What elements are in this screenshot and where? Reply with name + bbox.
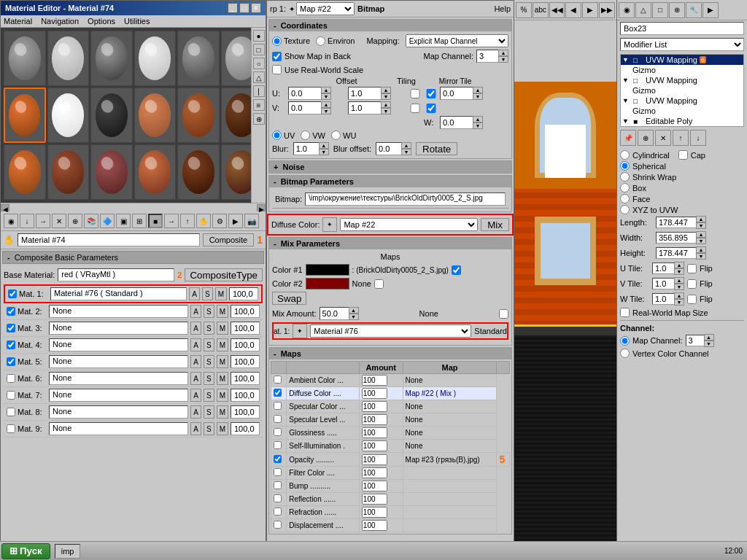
- channel-up[interactable]: ▲: [704, 334, 714, 341]
- viewport-btn-4[interactable]: ◀: [565, 2, 581, 18]
- displace-amount[interactable]: [362, 520, 387, 531]
- color2-enable[interactable]: [374, 279, 384, 289]
- sphere-cell-15[interactable]: [90, 144, 133, 200]
- refraction-map[interactable]: [403, 506, 497, 519]
- right-btn-1[interactable]: ◉: [619, 2, 635, 18]
- v-tiling-up[interactable]: ▲: [381, 101, 391, 108]
- mat4-checkbox[interactable]: [7, 341, 15, 349]
- box-radio[interactable]: [620, 183, 630, 192]
- w-angle-up[interactable]: ▲: [473, 116, 483, 122]
- v-offset-down[interactable]: ▼: [321, 108, 331, 114]
- mat9-amount[interactable]: [231, 422, 260, 435]
- diffuse-map-value[interactable]: Map #22 ( Mix ): [403, 387, 497, 400]
- length-input[interactable]: [656, 217, 696, 228]
- sphere-cell-9[interactable]: [90, 88, 133, 143]
- mat5-m-btn[interactable]: M: [217, 355, 228, 368]
- v-tile-checkbox[interactable]: [424, 104, 438, 113]
- sphere-cell-2[interactable]: [47, 31, 90, 86]
- u-tile-up[interactable]: ▲: [674, 262, 684, 268]
- u-tile-down[interactable]: ▼: [674, 268, 684, 275]
- u-angle-up[interactable]: ▲: [473, 87, 483, 93]
- w-angle-down[interactable]: ▼: [473, 122, 483, 129]
- mix-amount-down[interactable]: ▼: [349, 314, 359, 320]
- maps-section-header[interactable]: - Maps: [269, 348, 511, 359]
- base-material-value[interactable]: red ( VRayMtl ): [58, 268, 174, 281]
- composite-type-btn[interactable]: CompositeType: [185, 268, 263, 281]
- uv-radio[interactable]: [272, 131, 282, 140]
- preview-toolbar-btn-7[interactable]: ⊕: [253, 113, 265, 125]
- width-input[interactable]: [656, 232, 696, 244]
- spec-level-check[interactable]: [274, 415, 282, 423]
- filter-check[interactable]: [274, 468, 282, 476]
- selfillum-amount[interactable]: [362, 440, 387, 451]
- width-down[interactable]: ▼: [696, 238, 706, 244]
- u-angle-down[interactable]: ▼: [473, 93, 483, 100]
- map-channel-right-radio[interactable]: [620, 336, 630, 346]
- filter-amount[interactable]: [362, 467, 387, 478]
- assign-material-button[interactable]: →: [36, 214, 50, 228]
- right-btn-5[interactable]: 🔧: [686, 2, 702, 18]
- mat8-a-btn[interactable]: A: [190, 405, 201, 419]
- diffuse-check[interactable]: [274, 389, 282, 397]
- mat6-checkbox[interactable]: [7, 374, 15, 383]
- mix-amount-up[interactable]: ▲: [349, 307, 359, 314]
- mat4-s-btn[interactable]: S: [204, 338, 214, 351]
- uvw-btn-2[interactable]: ⊕: [638, 130, 654, 146]
- mat9-slot[interactable]: None: [49, 422, 188, 435]
- u-offset-up[interactable]: ▲: [321, 87, 331, 93]
- map-icon-btn[interactable]: ✦: [289, 5, 295, 13]
- v-tiling-spin[interactable]: ▲ ▼: [348, 101, 406, 114]
- diffuse-amount[interactable]: [362, 388, 387, 399]
- mat6-m-btn[interactable]: M: [217, 372, 228, 385]
- color2-swatch[interactable]: [306, 278, 349, 289]
- channel-down[interactable]: ▼: [704, 341, 714, 347]
- diffuse-map-icon[interactable]: ✦: [322, 217, 337, 232]
- map-channel-spin[interactable]: ▲ ▼: [476, 50, 508, 63]
- put-to-library-button[interactable]: 📚: [84, 214, 98, 228]
- maximize-button[interactable]: □: [239, 3, 249, 13]
- mat5-amount[interactable]: [231, 355, 260, 368]
- mat8-slot[interactable]: None: [49, 405, 188, 419]
- cap-checkbox[interactable]: [678, 150, 688, 160]
- mat6-a-btn[interactable]: A: [190, 372, 201, 385]
- cylindrical-radio[interactable]: [620, 150, 630, 160]
- viewport-btn-1[interactable]: %: [516, 2, 532, 18]
- tree-item-gizmo-3[interactable]: Gizmo: [621, 106, 743, 116]
- length-down[interactable]: ▼: [696, 222, 706, 229]
- mat9-m-btn[interactable]: M: [217, 422, 228, 435]
- w-tile-input[interactable]: [652, 293, 674, 305]
- uvw-btn-1[interactable]: 📌: [620, 130, 636, 146]
- reset-map-button[interactable]: ✕: [52, 214, 66, 228]
- material-name-input[interactable]: [18, 233, 200, 246]
- mix-amount-input[interactable]: [320, 307, 349, 320]
- mat8-m-btn[interactable]: M: [217, 405, 228, 419]
- viewport-btn-5[interactable]: ▶: [582, 2, 598, 18]
- v-mirror-checkbox[interactable]: [408, 104, 422, 113]
- preview-toolbar-btn-5[interactable]: |: [253, 85, 265, 97]
- mat1-mix-icon[interactable]: ✦: [293, 324, 307, 338]
- mat3-s-btn[interactable]: S: [204, 322, 214, 335]
- w-flip-check[interactable]: [687, 295, 697, 304]
- height-up[interactable]: ▲: [696, 246, 706, 253]
- mat3-m-btn[interactable]: M: [217, 322, 228, 335]
- ambient-check[interactable]: [274, 376, 282, 384]
- show-map-back-checkbox[interactable]: [272, 52, 282, 61]
- preview-scrollbar-h[interactable]: ◄ ►: [1, 203, 266, 211]
- v-tiling-input[interactable]: [348, 101, 381, 114]
- opacity-map[interactable]: Map #23 (грязь(B).jpg): [403, 453, 497, 467]
- bump-amount[interactable]: [362, 481, 387, 491]
- displace-check[interactable]: [274, 521, 282, 529]
- mapping-select[interactable]: Explicit Map Channel: [406, 34, 508, 47]
- rotate-button[interactable]: Rotate: [416, 142, 457, 155]
- blur-offset-down[interactable]: ▼: [401, 149, 411, 155]
- make-unique-button[interactable]: ⊕: [68, 214, 82, 228]
- pick-material-button[interactable]: ✋: [196, 214, 211, 228]
- height-down[interactable]: ▼: [696, 253, 706, 260]
- v-offset-up[interactable]: ▲: [321, 101, 331, 108]
- u-angle-spin[interactable]: ▲ ▼: [440, 87, 498, 100]
- face-radio[interactable]: [620, 194, 630, 203]
- spec-color-map[interactable]: None: [403, 400, 497, 413]
- mat8-amount[interactable]: [231, 405, 260, 419]
- u-flip-check[interactable]: [687, 264, 697, 273]
- mat3-a-btn[interactable]: A: [190, 322, 201, 335]
